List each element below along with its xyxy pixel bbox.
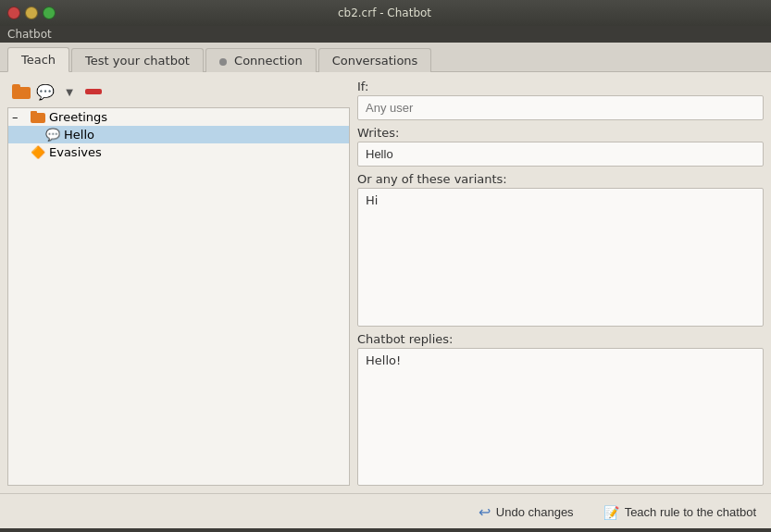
replies-textarea[interactable]: Hello! — [357, 348, 764, 487]
tab-conversations[interactable]: Conversations — [318, 48, 432, 72]
window-title: cb2.crf - Chatbot — [61, 6, 708, 19]
minimize-button[interactable] — [25, 6, 38, 19]
folder-icon — [12, 84, 31, 99]
undo-label: Undo changes — [496, 505, 574, 519]
delete-button[interactable] — [83, 81, 104, 102]
tab-connection[interactable]: Connection — [205, 48, 317, 72]
right-panel: If: Writes: Or any of these variants: Hi… — [357, 80, 764, 486]
tree-label-evasives: Evasives — [49, 145, 102, 159]
tree-folder-icon — [31, 111, 45, 123]
options-button[interactable]: ▼ — [59, 81, 80, 102]
undo-button[interactable]: ↩ Undo changes — [471, 500, 581, 525]
arrow-down-icon: ▼ — [66, 87, 73, 97]
tree-item-evasives[interactable]: 🔶 Evasives — [8, 143, 349, 161]
new-category-button[interactable] — [11, 81, 31, 102]
menu-chatbot[interactable]: Chatbot — [7, 28, 52, 41]
if-label: If: — [357, 80, 764, 93]
main-window: Teach Test your chatbot Connection Conve… — [0, 43, 771, 528]
minus-icon — [85, 89, 102, 94]
teach-rule-button[interactable]: 📝 Teach rule to the chatbot — [596, 501, 764, 524]
variants-textarea[interactable]: Hi — [357, 188, 764, 327]
connection-dot-icon — [219, 58, 227, 66]
new-rule-button[interactable]: 💬 — [35, 81, 56, 102]
tree-label-greetings: Greetings — [49, 110, 107, 124]
tab-teach[interactable]: Teach — [7, 47, 69, 72]
writes-input[interactable] — [357, 142, 764, 167]
if-input[interactable] — [357, 95, 764, 120]
chat-icon: 💬 — [36, 83, 55, 101]
title-bar: cb2.crf - Chatbot — [0, 0, 771, 26]
tree-container[interactable]: – Greetings 💬 Hello 🔶 Evasives — [7, 107, 350, 486]
replies-field-group: Chatbot replies: Hello! — [357, 332, 764, 487]
variants-label: Or any of these variants: — [357, 172, 764, 186]
close-button[interactable] — [7, 6, 20, 19]
tree-item-greetings[interactable]: – Greetings — [8, 108, 349, 126]
tree-item-hello[interactable]: 💬 Hello — [8, 126, 349, 143]
left-panel: 💬 ▼ – Greetings — [7, 80, 350, 486]
teach-icon: 📝 — [603, 505, 619, 520]
tab-bar: Teach Test your chatbot Connection Conve… — [0, 43, 771, 72]
tree-label-hello: Hello — [64, 128, 94, 142]
maximize-button[interactable] — [43, 6, 56, 19]
tab-test[interactable]: Test your chatbot — [71, 48, 204, 72]
teach-label: Teach rule to the chatbot — [625, 505, 756, 519]
window-controls — [7, 6, 56, 19]
tree-chat-icon: 💬 — [45, 128, 60, 142]
writes-field-group: Writes: — [357, 126, 764, 167]
if-field-group: If: — [357, 80, 764, 120]
left-toolbar: 💬 ▼ — [7, 80, 350, 107]
replies-label: Chatbot replies: — [357, 332, 764, 346]
writes-label: Writes: — [357, 126, 764, 140]
tree-evasive-icon: 🔶 — [31, 145, 45, 159]
undo-icon: ↩ — [479, 503, 491, 521]
variants-field-group: Or any of these variants: Hi — [357, 172, 764, 327]
bottom-bar: ↩ Undo changes 📝 Teach rule to the chatb… — [0, 493, 771, 528]
menu-bar: Chatbot — [0, 26, 771, 43]
content-area: 💬 ▼ – Greetings — [0, 72, 771, 493]
